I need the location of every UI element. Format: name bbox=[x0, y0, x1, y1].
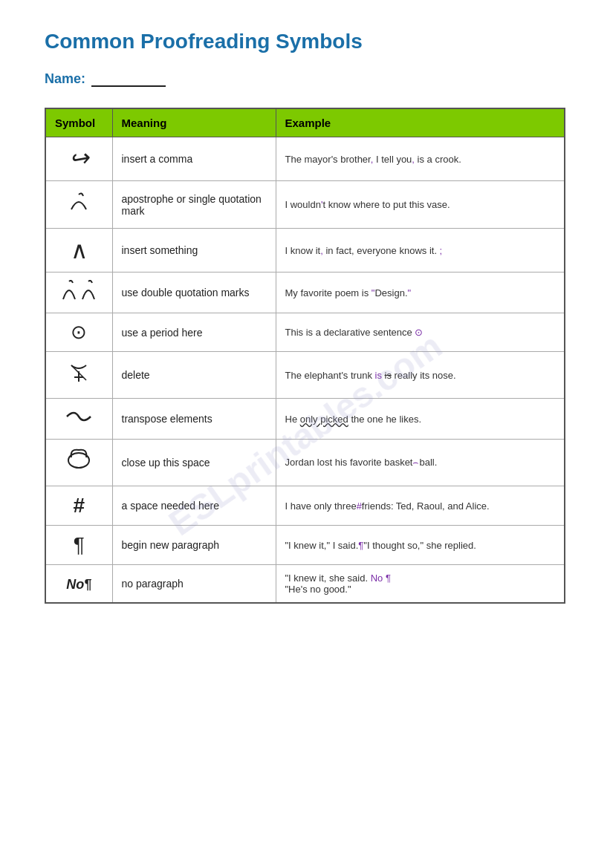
meaning-cell: close up this space bbox=[112, 440, 276, 486]
example-cell: "I knew it," I said.¶"I thought so," she… bbox=[276, 526, 565, 565]
example-cell: The mayor's brother, I tell you, is a cr… bbox=[276, 137, 565, 181]
header-meaning: Meaning bbox=[112, 108, 276, 137]
table-row: transpose elementsHe only picked the one… bbox=[45, 399, 565, 440]
proofreading-table: Symbol Meaning Example ↪insert a commaTh… bbox=[45, 108, 565, 604]
meaning-cell: no paragraph bbox=[112, 565, 276, 604]
example-cell: The elephant's trunk is is really its no… bbox=[276, 352, 565, 399]
meaning-cell: use double quotation marks bbox=[112, 273, 276, 313]
table-row: apostrophe or single quotation markI wou… bbox=[45, 181, 565, 229]
symbol-cell bbox=[45, 352, 112, 399]
example-cell: He only picked the one he likes. bbox=[276, 399, 565, 440]
example-cell: I know it, in fact, everyone knows it. ; bbox=[276, 229, 565, 273]
example-cell: Jordan lost his favorite basket⌢ball. bbox=[276, 440, 565, 486]
symbol-cell: # bbox=[45, 486, 112, 526]
table-row: No¶no paragraph"I knew it, she said. No … bbox=[45, 565, 565, 604]
table-row: ↪insert a commaThe mayor's brother, I te… bbox=[45, 137, 565, 181]
table-row: ¶begin new paragraph"I knew it," I said.… bbox=[45, 526, 565, 565]
symbol-cell: ¶ bbox=[45, 526, 112, 565]
example-cell: I wouldn't know where to put this vase. bbox=[276, 181, 565, 229]
table-row: deleteThe elephant's trunk is is really … bbox=[45, 352, 565, 399]
symbol-cell bbox=[45, 273, 112, 313]
table-row: close up this spaceJordan lost his favor… bbox=[45, 440, 565, 486]
example-cell: My favorite poem is "Design." bbox=[276, 273, 565, 313]
meaning-cell: insert a comma bbox=[112, 137, 276, 181]
example-cell: I have only three#friends: Ted, Raoul, a… bbox=[276, 486, 565, 526]
meaning-cell: begin new paragraph bbox=[112, 526, 276, 565]
symbol-cell bbox=[45, 399, 112, 440]
symbol-cell: ∧ bbox=[45, 229, 112, 273]
table-row: ∧insert somethingI know it, in fact, eve… bbox=[45, 229, 565, 273]
symbol-cell: ↪ bbox=[45, 137, 112, 181]
table-row: use double quotation marksMy favorite po… bbox=[45, 273, 565, 313]
symbol-cell: No¶ bbox=[45, 565, 112, 604]
header-symbol: Symbol bbox=[45, 108, 112, 137]
table-row: #a space needed hereI have only three#fr… bbox=[45, 486, 565, 526]
symbol-cell bbox=[45, 181, 112, 229]
meaning-cell: apostrophe or single quotation mark bbox=[112, 181, 276, 229]
meaning-cell: delete bbox=[112, 352, 276, 399]
symbol-cell: ⊙ bbox=[45, 313, 112, 352]
name-line: Symbol Name: bbox=[45, 71, 565, 87]
symbol-cell bbox=[45, 440, 112, 486]
example-cell: This is a declarative sentence ⊙ bbox=[276, 313, 565, 352]
name-underline[interactable] bbox=[91, 72, 166, 87]
table-header-row: Symbol Meaning Example bbox=[45, 108, 565, 137]
name-label-text: Name: bbox=[45, 71, 85, 87]
meaning-cell: transpose elements bbox=[112, 399, 276, 440]
meaning-cell: a space needed here bbox=[112, 486, 276, 526]
example-cell: "I knew it, she said. No ¶"He's no good.… bbox=[276, 565, 565, 604]
meaning-cell: insert something bbox=[112, 229, 276, 273]
page-title: Common Proofreading Symbols bbox=[45, 30, 565, 53]
header-example: Example bbox=[276, 108, 565, 137]
table-row: ⊙use a period hereThis is a declarative … bbox=[45, 313, 565, 352]
meaning-cell: use a period here bbox=[112, 313, 276, 352]
